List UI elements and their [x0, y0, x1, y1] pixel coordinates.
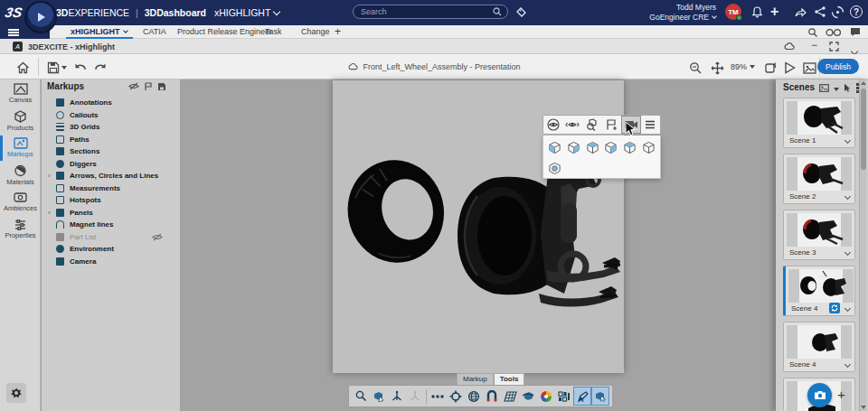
tag-icon[interactable]	[515, 6, 527, 18]
pan-icon[interactable]	[709, 60, 725, 76]
markup-item-measurements[interactable]: Measurements	[42, 182, 181, 195]
hamburger-menu-icon[interactable]	[8, 29, 19, 36]
view-front-cube-icon[interactable]	[545, 138, 564, 156]
scroll-up-icon[interactable]	[861, 81, 866, 85]
add-scene-button[interactable]: +	[837, 387, 845, 402]
collaborate-nodes-icon[interactable]	[814, 5, 828, 20]
help-icon[interactable]: ?	[850, 5, 863, 18]
pointer-select-icon[interactable]	[573, 387, 591, 406]
compass-menu-button[interactable]	[24, 1, 57, 33]
panels-icon[interactable]	[555, 387, 573, 406]
markup-item-annotations[interactable]: Annotations	[42, 97, 181, 109]
scene-card-1[interactable]: Scene 1	[783, 98, 855, 148]
grid-plane-icon[interactable]	[501, 387, 519, 406]
minimize-icon[interactable]: −	[811, 39, 817, 51]
chevron-down-icon[interactable]	[844, 137, 851, 144]
view-iso-cube-icon[interactable]	[545, 159, 564, 177]
cube-select-icon[interactable]	[591, 387, 609, 406]
markup-item-callouts[interactable]: Callouts	[42, 109, 181, 122]
view-back-cube-icon[interactable]	[564, 138, 583, 156]
flag-add-icon[interactable]	[602, 116, 622, 134]
view-top-cube-icon[interactable]	[620, 138, 639, 156]
image-icon[interactable]	[819, 84, 829, 92]
scene-card-4-selected[interactable]: Scene 4	[783, 266, 855, 316]
settings-gear-icon[interactable]	[6, 383, 26, 403]
hide-all-icon[interactable]	[128, 82, 139, 90]
cube-zoom-icon[interactable]	[582, 116, 602, 134]
sidebar-item-canvas[interactable]: Canvas	[0, 83, 41, 110]
markup-item-paths[interactable]: Paths	[42, 134, 181, 146]
chevron-down-icon[interactable]	[844, 305, 851, 312]
notifications-bell-icon[interactable]	[750, 5, 765, 20]
pointer-icon[interactable]	[844, 83, 852, 93]
markup-item-camera[interactable]: Camera	[42, 256, 181, 268]
markup-item-hotspots[interactable]: Hotspots	[42, 194, 181, 207]
scroll-down-icon[interactable]	[861, 406, 866, 409]
tab-xhighlight[interactable]: xHIGHLIGHT	[71, 27, 127, 36]
publish-button[interactable]: Publish	[817, 59, 859, 74]
tab-task[interactable]: Task	[265, 27, 282, 36]
menu-icon[interactable]	[641, 116, 661, 134]
markup-item-3d-grids[interactable]: 3D Grids	[42, 121, 181, 134]
search-icon[interactable]	[493, 7, 502, 16]
axis-triad-icon[interactable]	[388, 387, 406, 406]
share-icon[interactable]	[794, 5, 808, 20]
markup-item-arrows-circles-lines[interactable]: ›Arrows, Circles and Lines	[42, 170, 181, 182]
tab-product-release-engineer[interactable]: Product Release Engineer	[177, 27, 272, 36]
tab-change[interactable]: Change	[301, 27, 330, 36]
save-state-icon[interactable]	[157, 82, 166, 91]
fullscreen-icon[interactable]	[829, 42, 839, 51]
scene-card-5[interactable]: Scene 4	[783, 322, 855, 372]
user-menu[interactable]: Todd Myers GoEngineer CRE	[649, 3, 716, 23]
zoom-level[interactable]: 89%	[731, 62, 755, 71]
manipulate-cube-icon[interactable]	[370, 387, 388, 406]
eye-arrows-icon[interactable]	[563, 116, 583, 134]
scenes-scrollbar[interactable]	[859, 79, 866, 411]
turntable-icon[interactable]	[761, 60, 778, 76]
markup-item-diggers[interactable]: Diggers	[42, 158, 181, 171]
target-icon[interactable]	[447, 387, 465, 406]
advanced-search-icon[interactable]	[807, 27, 818, 38]
sync-icon[interactable]	[829, 303, 840, 313]
markup-item-panels[interactable]: ›Panels	[42, 207, 181, 220]
capture-scene-button[interactable]	[807, 383, 832, 407]
search-input[interactable]	[359, 6, 493, 17]
hidden-eye-icon[interactable]	[152, 233, 163, 241]
globe-icon[interactable]	[465, 387, 483, 406]
axis-triad-disabled-icon[interactable]	[406, 387, 424, 406]
view-right-cube-icon[interactable]	[601, 138, 620, 156]
tab-catia[interactable]: CATIA	[143, 27, 166, 36]
tab-markup[interactable]: Markup	[457, 373, 494, 385]
caret-down-icon[interactable]	[834, 88, 839, 91]
chevron-down-icon[interactable]	[844, 361, 851, 368]
chat-icon[interactable]	[850, 27, 861, 37]
reader-glasses-icon[interactable]	[826, 28, 842, 37]
expand-caret-icon[interactable]: ›	[48, 172, 51, 180]
eye-target-icon[interactable]	[543, 116, 563, 134]
scrollbar-thumb[interactable]	[861, 89, 866, 170]
ellipsis-icon[interactable]	[429, 387, 447, 406]
play-icon[interactable]	[781, 60, 797, 76]
expand-caret-icon[interactable]: ›	[48, 209, 51, 217]
sidebar-item-properties[interactable]: Properties	[0, 219, 41, 246]
avatar[interactable]: TM	[725, 4, 741, 20]
color-wheel-icon[interactable]	[537, 387, 555, 406]
markup-item-sections[interactable]: Sections	[42, 145, 181, 158]
add-tab-button[interactable]: +	[335, 25, 341, 38]
markup-item-part-list[interactable]: Part List	[42, 231, 181, 244]
global-search[interactable]	[353, 5, 508, 19]
view-bottom-cube-icon[interactable]	[639, 138, 658, 156]
chevron-down-icon[interactable]	[844, 193, 851, 200]
sidebar-item-materials[interactable]: Materials	[0, 164, 41, 191]
add-icon[interactable]: +	[770, 5, 785, 19]
compass-icon[interactable]	[831, 5, 845, 20]
sidebar-item-markups[interactable]: Markups	[0, 137, 41, 164]
sidebar-item-ambiences[interactable]: Ambiences	[0, 191, 41, 219]
zoom-icon[interactable]	[687, 60, 703, 76]
image-icon[interactable]	[801, 60, 817, 76]
markup-item-magnet-lines[interactable]: Magnet lines	[42, 219, 181, 231]
view-left-cube-icon[interactable]	[583, 138, 602, 156]
app-breadcrumb[interactable]: 3DEXPERIENCE | 3DDashboard xHIGHLIGHT	[56, 7, 279, 18]
tab-tools[interactable]: Tools	[494, 373, 525, 385]
section-cube-icon[interactable]	[519, 387, 537, 406]
